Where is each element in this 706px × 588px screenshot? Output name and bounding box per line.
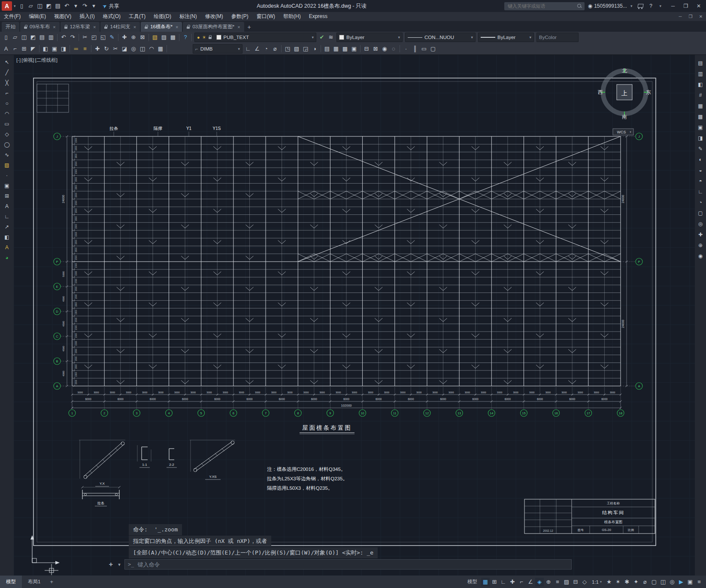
table-icon[interactable]: ⊞ <box>20 45 28 53</box>
color-combo-arrow-icon[interactable]: ▾ <box>398 35 400 39</box>
sheet-set-manager-icon[interactable]: ▣ <box>696 123 705 132</box>
layer-palette-icon[interactable]: ▤ <box>696 59 705 68</box>
account-menu[interactable]: ◉ 1505999135... ▾ <box>588 3 634 9</box>
design-center-icon[interactable]: ▦ <box>332 45 340 53</box>
close-button[interactable]: ✕ <box>692 0 705 12</box>
help-button[interactable]: ? <box>647 3 654 9</box>
ortho-icon[interactable]: ⌐ <box>517 578 526 586</box>
properties-palette-icon[interactable]: ▥ <box>696 69 705 78</box>
maximize-button[interactable]: ❐ <box>679 0 692 12</box>
linetype-combo-arrow-icon[interactable]: ▾ <box>471 35 473 39</box>
units-icon[interactable]: ⌀ <box>641 578 649 586</box>
menu-item[interactable]: 绘图(D) <box>150 12 175 21</box>
ucs-tool-icon[interactable]: ∟ <box>696 187 705 196</box>
lineweight-control-combo[interactable]: ByLayer ▾ <box>478 33 534 42</box>
rectangle-icon[interactable]: ▭ <box>2 120 12 129</box>
layer-lock-icon[interactable] <box>209 35 212 39</box>
region-icon[interactable]: ▭ <box>420 45 428 53</box>
blocks-palette-icon[interactable]: ◧ <box>696 80 705 89</box>
menu-item[interactable]: 修改(M) <box>201 12 227 21</box>
save-icon[interactable]: ◫ <box>20 33 28 42</box>
command-input[interactable] <box>136 561 568 568</box>
tab-close-icon[interactable]: × <box>93 24 96 30</box>
redo-icon[interactable]: ↷ <box>68 33 77 42</box>
color-palette-icon[interactable]: ◕ <box>2 253 12 262</box>
doc-close-button[interactable]: ✕ <box>696 14 706 19</box>
model-space-indicator[interactable]: 模型 <box>464 579 481 585</box>
construction-line-icon[interactable]: ╳ <box>2 78 12 87</box>
pan-icon[interactable]: ✚ <box>120 33 129 42</box>
fillet-icon[interactable]: ◠ <box>147 45 156 53</box>
point-icon[interactable]: · <box>2 171 12 180</box>
object-snap-tracking-icon[interactable]: ⊕ <box>544 578 553 586</box>
menu-item[interactable]: 格式(O) <box>99 12 124 21</box>
menu-item[interactable]: 视图(V) <box>50 12 75 21</box>
copy-icon[interactable]: ◰ <box>90 33 98 42</box>
tool-palettes-icon[interactable]: ▩ <box>696 112 705 121</box>
redo-icon[interactable]: ↷ <box>81 2 89 10</box>
grid-icon[interactable]: ▦ <box>481 578 490 586</box>
command-recent-icon[interactable]: ▾ <box>116 562 123 567</box>
multiline-icon[interactable]: ║ <box>411 45 419 53</box>
layer-properties-icon[interactable]: ▧ <box>151 33 159 42</box>
design-center-icon[interactable]: ▦ <box>696 102 705 111</box>
region-icon[interactable]: ▣ <box>2 181 12 190</box>
qnew-icon[interactable]: ▯ <box>18 2 26 10</box>
offset-icon[interactable]: ◎ <box>129 45 138 53</box>
visual-styles-icon[interactable]: ◓ <box>696 177 705 186</box>
help-search[interactable] <box>504 2 585 10</box>
open-icon[interactable]: ▱ <box>27 2 35 10</box>
help-caret-icon[interactable]: ▾ <box>658 4 663 8</box>
viewport-menu-button[interactable]: [-] <box>16 57 21 63</box>
mleader-icon[interactable]: ◤ <box>29 45 37 53</box>
diameter-dimension-icon[interactable]: ⌀ <box>271 45 279 53</box>
save-as-icon[interactable]: ◩ <box>29 33 37 42</box>
block-editor-icon[interactable]: ◨ <box>59 45 68 53</box>
file-tab[interactable]: 12吊车梁× <box>61 22 100 32</box>
properties-palette-icon[interactable]: ▤ <box>323 45 331 53</box>
visual-style-button[interactable]: [二维线框] <box>35 57 58 63</box>
tab-close-icon[interactable]: × <box>133 24 136 30</box>
count-icon[interactable]: # <box>696 91 705 100</box>
ungroup-icon[interactable]: ⊠ <box>371 45 380 53</box>
menu-item[interactable]: 编辑(E) <box>25 12 50 21</box>
multiline-text-icon[interactable]: A <box>2 202 12 211</box>
create-block-icon[interactable]: ▣ <box>50 45 59 53</box>
view-manager-icon[interactable]: ◔ <box>696 198 705 207</box>
paste-icon[interactable]: ◱ <box>99 33 107 42</box>
text-window-icon[interactable]: A <box>2 243 12 252</box>
object-snap-icon[interactable]: ◈ <box>535 578 544 586</box>
app-logo-icon[interactable]: A <box>2 1 12 11</box>
orbit-tool-icon[interactable]: ◉ <box>696 252 705 261</box>
menu-item[interactable]: 插入(I) <box>76 12 98 21</box>
file-tab[interactable]: 14柱间支× <box>100 22 140 32</box>
search-input[interactable] <box>507 3 577 9</box>
boundary-icon[interactable]: ▢ <box>429 45 437 53</box>
qnew-icon[interactable]: ▯ <box>2 33 10 42</box>
plot-icon[interactable]: ▤ <box>54 2 62 10</box>
layer-color-swatch[interactable] <box>216 35 221 40</box>
trim-icon[interactable]: ✂ <box>111 45 120 53</box>
array-icon[interactable]: ▦ <box>156 45 165 53</box>
clean-screen-icon[interactable]: ▣ <box>686 578 694 586</box>
share-button[interactable]: ➤ 共享 <box>103 3 119 10</box>
insert-block-icon[interactable]: ◧ <box>41 45 50 53</box>
command-customize-icon[interactable]: ✚ <box>107 562 114 567</box>
polar-tracking-icon[interactable]: ∠ <box>526 578 535 586</box>
annotation-monitor-icon[interactable]: ✦ <box>632 578 640 586</box>
search-icon[interactable] <box>577 4 582 9</box>
infer-constraints-icon[interactable]: ∟ <box>499 578 508 586</box>
3d-object-snap-icon[interactable]: ◇ <box>580 578 589 586</box>
quick-measure-icon[interactable]: ≡ <box>81 45 89 53</box>
angular-dimension-icon[interactable]: ∠ <box>253 45 261 53</box>
lineweight-combo-arrow-icon[interactable]: ▾ <box>529 35 531 39</box>
snap-mode-icon[interactable]: ⊞ <box>490 578 499 586</box>
layout-tab-model[interactable]: 模型 <box>0 576 22 588</box>
open-icon[interactable]: ▱ <box>11 33 19 42</box>
zoom-extents-icon[interactable]: ⊠ <box>138 33 147 42</box>
redo-dropdown-icon[interactable]: ▾ <box>90 2 98 10</box>
wcs-badge[interactable]: WCS▾ <box>613 129 633 135</box>
polyline-icon[interactable]: ⌐ <box>2 89 12 98</box>
menu-item[interactable]: 文件(F) <box>0 12 24 21</box>
match-properties-icon[interactable]: ✎ <box>108 33 116 42</box>
